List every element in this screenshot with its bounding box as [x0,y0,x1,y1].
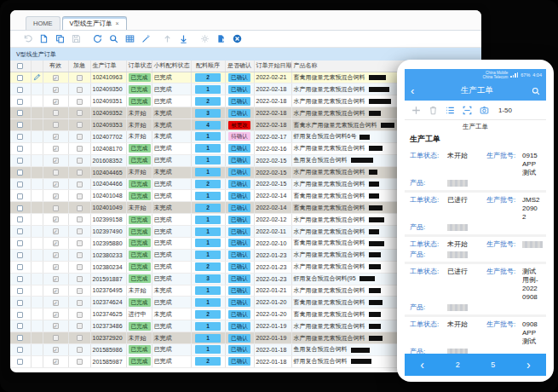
col-urgent[interactable]: 加急 [68,61,90,72]
valid-checkbox[interactable] [53,228,59,234]
arrow-up-icon[interactable] [162,34,172,44]
row-checkbox[interactable] [17,99,23,105]
valid-checkbox[interactable] [53,193,59,199]
col-material[interactable]: 小料配料状态 [152,61,191,72]
plus-icon[interactable] [411,106,421,115]
urgent-checkbox[interactable] [77,182,83,187]
list-item[interactable]: 工单状态:未开始生产批号:产品: [405,234,546,262]
col-status[interactable]: 订单状态 [126,61,152,72]
col-confirm[interactable]: 是否确认 [225,61,254,72]
row-checkbox[interactable] [17,122,23,128]
valid-checkbox[interactable] [53,323,59,329]
next-page-icon[interactable]: › [526,359,531,371]
urgent-checkbox[interactable] [77,75,83,81]
list-item[interactable]: 工单状态:已进行生产批号:JMS220902产品: [405,190,546,234]
valid-checkbox[interactable] [53,300,59,306]
magic-wand-icon[interactable] [141,34,151,44]
list-item[interactable]: 工单状态:未开始生产批号:0908APP测试产品: [405,314,546,354]
export-document-icon[interactable] [216,34,226,44]
valid-checkbox[interactable] [53,75,59,81]
list-icon[interactable] [446,106,455,115]
row-checkbox[interactable] [17,288,23,294]
urgent-checkbox[interactable] [77,288,83,294]
row-checkbox[interactable] [17,276,23,282]
valid-checkbox[interactable] [53,205,59,211]
urgent-checkbox[interactable] [77,146,83,152]
undo-icon[interactable] [22,34,32,44]
row-checkbox[interactable] [17,228,23,234]
row-checkbox[interactable] [17,158,23,164]
row-checkbox[interactable] [17,359,23,365]
urgent-checkbox[interactable] [77,134,83,140]
tab-home[interactable]: HOME [26,16,60,30]
search-icon[interactable] [108,34,118,44]
list-item[interactable]: 工单状态:已进行生产批号:测试用例-20220908产品: [405,262,546,314]
row-checkbox[interactable] [17,300,23,306]
urgent-checkbox[interactable] [77,205,83,211]
valid-checkbox[interactable] [53,146,59,152]
urgent-checkbox[interactable] [77,216,83,222]
row-checkbox[interactable] [17,75,23,81]
col-valid[interactable]: 有效 [43,61,68,72]
row-checkbox[interactable] [17,87,23,93]
row-checkbox[interactable] [17,193,23,199]
valid-checkbox[interactable] [53,134,59,140]
row-checkbox[interactable] [17,264,23,270]
valid-checkbox[interactable] [53,158,59,164]
phone-search-icon[interactable] [532,84,540,99]
valid-checkbox[interactable] [53,252,59,258]
col-seq[interactable]: 配料顺序 [191,61,225,72]
valid-checkbox[interactable] [53,264,59,270]
urgent-checkbox[interactable] [77,158,83,164]
valid-checkbox[interactable] [53,347,59,353]
scan-icon[interactable] [463,106,472,115]
urgent-checkbox[interactable] [77,252,83,258]
valid-checkbox[interactable] [53,216,59,222]
row-checkbox[interactable] [17,347,23,353]
urgent-checkbox[interactable] [77,323,83,329]
urgent-checkbox[interactable] [77,193,83,199]
urgent-checkbox[interactable] [77,312,83,318]
row-checkbox[interactable] [17,182,23,187]
trash-icon[interactable] [429,106,438,115]
col-date[interactable]: 订单开始日期 [254,61,291,72]
row-checkbox[interactable] [17,170,23,176]
valid-checkbox[interactable] [53,312,59,318]
urgent-checkbox[interactable] [77,110,83,116]
table-grid-icon[interactable] [124,34,135,44]
row-checkbox[interactable] [17,312,23,318]
save-icon[interactable] [71,34,81,44]
urgent-checkbox[interactable] [77,228,83,234]
new-document-icon[interactable] [38,34,49,44]
valid-checkbox[interactable] [53,170,59,176]
row-checkbox[interactable] [17,134,23,140]
urgent-checkbox[interactable] [77,264,83,270]
valid-checkbox[interactable] [53,99,59,105]
urgent-checkbox[interactable] [77,87,83,93]
refresh-icon[interactable] [92,34,102,44]
valid-checkbox[interactable] [53,240,59,246]
close-circle-icon[interactable] [232,34,242,44]
row-checkbox[interactable] [17,205,23,211]
urgent-checkbox[interactable] [77,359,83,365]
valid-checkbox[interactable] [53,335,59,341]
row-checkbox[interactable] [17,335,23,341]
valid-checkbox[interactable] [53,276,59,282]
arrow-down-icon[interactable] [178,34,188,44]
prev-page-icon[interactable]: ‹ [420,359,424,371]
edit-row-icon[interactable] [33,76,41,82]
tab-production-orders[interactable]: V型线生产订单 × [62,16,127,30]
valid-checkbox[interactable] [53,359,59,365]
row-checkbox[interactable] [17,252,23,258]
urgent-checkbox[interactable] [77,240,83,246]
valid-checkbox[interactable] [53,110,59,116]
select-all-checkbox[interactable] [17,63,23,69]
col-order[interactable]: 生产订单 [90,61,126,72]
urgent-checkbox[interactable] [77,335,83,341]
urgent-checkbox[interactable] [77,99,83,105]
urgent-checkbox[interactable] [77,122,83,128]
row-checkbox[interactable] [17,216,23,222]
urgent-checkbox[interactable] [77,347,83,353]
copy-icon[interactable] [55,34,65,44]
valid-checkbox[interactable] [53,288,59,294]
